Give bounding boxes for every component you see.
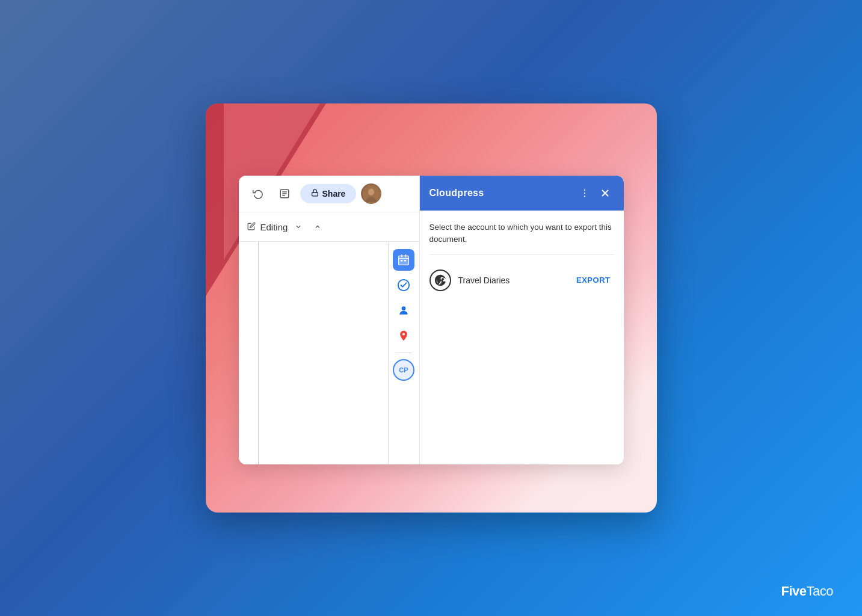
svg-point-19 [583,192,585,194]
cloudpress-header: Cloudpress [420,176,624,211]
cloudpress-title: Cloudpress [429,188,484,199]
svg-rect-8 [399,256,409,265]
cloudpress-body: Select the account to which you want to … [420,211,624,464]
wordpress-logo [429,270,451,291]
contacts-sidebar-button[interactable] [393,300,414,321]
cloudpress-more-button[interactable] [576,184,594,202]
user-avatar[interactable] [361,183,381,204]
svg-rect-14 [404,260,406,262]
account-name: Travel Diaries [458,276,510,285]
editing-label: Editing [260,222,288,232]
content-line [258,242,259,464]
cloudpress-sidebar-icon: CP [399,366,408,374]
cloudpress-header-actions [576,184,614,202]
right-sidebar: CP [388,242,419,464]
svg-point-16 [402,306,406,310]
notes-button[interactable] [274,183,295,205]
svg-rect-4 [312,192,318,196]
toolbar: Share [239,176,419,212]
cloudpress-sidebar-button[interactable]: CP [393,359,414,381]
left-panel: Share Editing [239,176,419,464]
account-row: Travel Diaries EXPORT [429,266,614,295]
editing-dropdown-button[interactable] [290,218,307,235]
svg-rect-13 [401,260,402,262]
brand-bold: Five [781,584,806,599]
account-info: Travel Diaries [429,270,510,291]
cloudpress-description: Select the account to which you want to … [429,221,614,255]
editing-row: Editing [239,212,419,242]
brand-light: Taco [807,584,833,599]
sidebar-separator [395,353,412,353]
tasks-sidebar-button[interactable] [393,274,414,296]
svg-point-6 [369,189,375,196]
export-button[interactable]: EXPORT [573,273,614,287]
cloudpress-close-button[interactable] [596,184,614,202]
maps-sidebar-button[interactable] [393,325,414,346]
content-area [239,242,388,464]
card-container: Share Editing [206,103,657,513]
editing-collapse-button[interactable] [309,218,326,235]
fivetaco-brand: FiveTaco [781,584,833,599]
share-label: Share [322,189,346,199]
svg-point-17 [402,333,405,335]
lock-icon [311,189,319,199]
calendar-sidebar-button[interactable] [393,249,414,271]
svg-point-18 [583,189,585,191]
dialog-panel: Share Editing [239,176,624,464]
history-button[interactable] [247,183,269,205]
svg-point-20 [583,196,585,197]
cloudpress-panel: Cloudpress [419,176,624,464]
export-label: EXPORT [576,276,610,285]
share-button[interactable]: Share [300,184,357,203]
pencil-icon [247,222,256,232]
